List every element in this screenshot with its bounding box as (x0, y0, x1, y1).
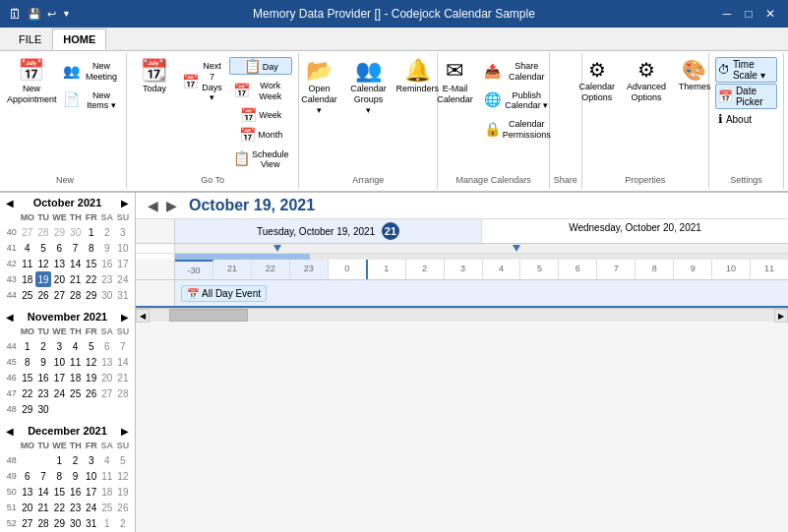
new-items-label: New Items ▾ (82, 90, 120, 112)
share-calendar-button[interactable]: 📤 Share Calendar (480, 57, 555, 85)
day-view-title: October 19, 2021 (189, 197, 315, 214)
calendar-permissions-button[interactable]: 🔒 Calendar Permissions (480, 115, 555, 143)
email-calendar-button[interactable]: ✉ E-MailCalendar (432, 57, 477, 108)
mini-cal-oct-header: ◀ October 2021 ▶ (4, 197, 131, 208)
nov-next-button[interactable]: ▶ (119, 312, 131, 323)
hour-cell-23: 23 (290, 260, 329, 279)
dec-next-button[interactable]: ▶ (119, 426, 131, 437)
col-sa: SA (99, 210, 115, 224)
time-scale-button[interactable]: ⏱ Time Scale ▾ (715, 57, 777, 83)
ribbon-group-new: 📅 NewAppointment 👥 New Meeting 📄 New Ite… (4, 53, 127, 189)
quick-access-undo[interactable]: ↩ (47, 8, 56, 21)
open-calendar-button[interactable]: 📂 OpenCalendar ▾ (294, 57, 344, 118)
today-button[interactable]: 📆 Today (133, 57, 176, 97)
ribbon-group-properties: ⚙ CalendarOptions ⚙ AdvancedOptions 🎨 Th… (582, 53, 709, 189)
all-day-label (136, 280, 175, 306)
mini-calendar-dec: ◀ December 2021 ▶ MOTUWETHFR SASU 48 123… (4, 425, 131, 532)
day2-header: Wednesday, October 20, 2021 (482, 219, 788, 243)
progress-fill (175, 254, 310, 260)
today-icon: 📆 (141, 60, 167, 82)
month-icon: 📅 (239, 128, 256, 142)
hour-cell-4: 4 (483, 260, 521, 279)
scroll-track (175, 244, 788, 253)
scroll-arrow-1 (273, 245, 281, 252)
scroll-track[interactable] (150, 309, 774, 322)
calendar-groups-button[interactable]: 👥 CalendarGroups ▾ (346, 57, 391, 118)
mini-cal-dec-title: December 2021 (28, 425, 107, 437)
calendar-groups-icon: 👥 (355, 60, 382, 82)
calendar-groups-label: CalendarGroups ▾ (350, 84, 387, 115)
mini-cal-nov-table: MOTUWETHFR SASU 44 12345 67 45 89101112 … (4, 325, 131, 417)
next-month-button[interactable]: ▶ (119, 198, 131, 208)
day1-header: Tuesday, October 19, 2021 21 (175, 219, 482, 243)
minimize-button[interactable]: ─ (717, 4, 737, 24)
about-button[interactable]: ℹ About (715, 110, 777, 128)
calendar-options-button[interactable]: ⚙ CalendarOptions (574, 57, 620, 106)
next-day-button[interactable]: ▶ (162, 198, 181, 213)
day1-label: Tuesday, October 19, 2021 (257, 226, 375, 237)
nov-week-46: 46 1516171819 2021 (4, 370, 131, 385)
col-mo: MO (20, 210, 36, 224)
close-button[interactable]: ✕ (760, 4, 780, 24)
ribbon-group-goto-label: Go To (201, 175, 224, 185)
date-picker-button[interactable]: 📅 Date Picker (715, 84, 777, 109)
scroll-left-button[interactable]: ◀ (136, 309, 150, 323)
schedule-label: Schedule View (252, 149, 289, 171)
share-calendar-label: Share Calendar (503, 61, 551, 83)
schedule-view-button[interactable]: 📋 Schedule View (229, 146, 293, 173)
all-day-content: 📅 All Day Event (175, 280, 788, 306)
publish-calendar-button[interactable]: 🌐 Publish Calendar ▾ (480, 87, 555, 114)
reminders-icon: 🔔 (404, 60, 431, 82)
advanced-options-button[interactable]: ⚙ AdvancedOptions (622, 57, 671, 106)
day-view-nav: ◀ ▶ October 19, 2021 (136, 193, 788, 219)
publish-calendar-label: Publish Calendar ▾ (503, 90, 551, 112)
prev-day-button[interactable]: ◀ (144, 198, 162, 213)
workweek-label: Work Week (252, 81, 289, 102)
maximize-button[interactable]: □ (739, 4, 758, 24)
calendar-options-label: CalendarOptions (578, 82, 615, 103)
dec-prev-button[interactable]: ◀ (4, 426, 16, 437)
workweek-button[interactable]: 📅 Work Week (229, 77, 293, 104)
window-title: Memory Data Provider [] - Codejock Calen… (71, 7, 717, 21)
nov-week-44: 44 12345 67 (4, 338, 131, 354)
quick-access-dropdown[interactable]: ▼ (62, 9, 71, 19)
calendar-options-icon: ⚙ (588, 60, 606, 80)
day-view-label: Day (263, 62, 278, 73)
hour-cell-1: 1 (368, 260, 406, 279)
content-area: ◀ ▶ October 19, 2021 Tuesday, October 19… (136, 193, 788, 532)
new-items-button[interactable]: 📄 New Items ▾ (59, 87, 124, 114)
scroll-thumb[interactable] (169, 309, 248, 322)
email-calendar-label: E-MailCalendar (437, 84, 473, 105)
next7days-button[interactable]: 📅 Next 7 Days ▾ (178, 57, 227, 105)
oct-week-41: 41 4 5 6 7 8 9 10 (4, 240, 131, 256)
ribbon-group-share-label: Share (554, 175, 577, 185)
day-view-button[interactable]: 📋 Day (229, 57, 293, 75)
tab-home[interactable]: HOME (52, 29, 106, 50)
ribbon-group-manage-label: Manage Calendars (456, 175, 531, 185)
ribbon-group-settings: ⏱ Time Scale ▾ 📅 Date Picker ℹ About Set… (709, 53, 784, 189)
all-day-event-icon: 📅 (187, 288, 199, 299)
day-view-icon: 📋 (244, 59, 261, 73)
nov-prev-button[interactable]: ◀ (4, 312, 16, 323)
hour-cell-2: 2 (406, 260, 445, 279)
month-button[interactable]: 📅 Month (229, 126, 293, 144)
oct-week-44: 44 25 26 27 28 29 30 31 (4, 287, 131, 303)
ribbon-group-goto-content: 📆 Today 📅 Next 7 Days ▾ 📋 Day 📅 Work Wee… (133, 57, 293, 173)
oct-week-42: 42 11 12 13 14 15 16 17 (4, 256, 131, 271)
dec-week-52: 52 2728293031 12 (4, 515, 131, 531)
week-button[interactable]: 📅 Week (229, 106, 293, 124)
col-tu: TU (35, 210, 51, 224)
date-picker-label: Date Picker (736, 86, 774, 107)
prev-month-button[interactable]: ◀ (4, 198, 16, 208)
dec-week-48: 48 123 45 (4, 452, 131, 468)
quick-access-save[interactable]: 💾 (28, 8, 41, 21)
all-day-event[interactable]: 📅 All Day Event (181, 285, 267, 302)
tab-file[interactable]: FILE (8, 29, 52, 50)
new-appointment-button[interactable]: 📅 NewAppointment (5, 57, 57, 108)
scroll-right-button[interactable]: ▶ (774, 309, 788, 323)
new-meeting-button[interactable]: 👥 New Meeting (59, 57, 124, 85)
dec-week-51: 51 2021222324 2526 (4, 500, 131, 515)
hour-cell-neg30: -30 (175, 260, 213, 279)
nov-week-48: 48 2930 (4, 401, 131, 417)
mini-cal-oct-title: October 2021 (33, 197, 102, 208)
